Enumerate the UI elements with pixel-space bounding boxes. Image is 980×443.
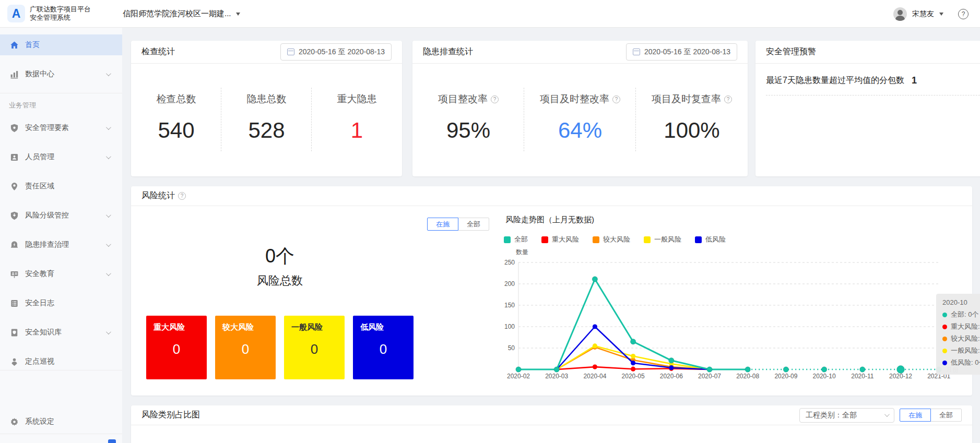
user-avatar[interactable] <box>893 7 907 21</box>
sidebar-item-label: 系统设定 <box>25 417 54 426</box>
app-title: 广联达数字项目平台 安全管理系统 <box>30 5 91 22</box>
sidebar-item-风险分级管控[interactable]: 风险分级管控 <box>0 205 122 226</box>
sidebar-item-系统设定[interactable]: 系统设定 <box>0 411 122 432</box>
risk-box-value: 0 <box>146 341 207 357</box>
data-center-icon <box>10 70 19 79</box>
svg-text:2020-08: 2020-08 <box>736 373 759 380</box>
area-pin-icon <box>10 182 19 191</box>
legend-item-重大风险[interactable]: 重大风险 <box>541 235 579 244</box>
tooltip-row-较大风险: 较大风险: 0个 <box>942 334 980 343</box>
question-icon[interactable]: ? <box>612 95 620 103</box>
legend-label: 全部 <box>514 235 528 244</box>
stat-value: 1 <box>312 118 402 143</box>
chevron-down-icon <box>236 13 240 16</box>
calendar-icon <box>633 49 640 55</box>
stats-row: 项目整改率?95%项目及时整改率?64%项目及时复查率?100% <box>412 64 748 176</box>
sidebar-item-label: 定点巡视 <box>25 357 54 366</box>
sidebar-item-label: 数据中心 <box>25 69 54 79</box>
question-icon[interactable]: ? <box>491 95 499 103</box>
sidebar-item-安全日志[interactable]: 安全日志 <box>0 293 122 314</box>
svg-text:2020-11: 2020-11 <box>851 373 873 380</box>
knowledge-icon <box>10 328 19 337</box>
legend-item-低风险[interactable]: 低风险 <box>695 235 726 244</box>
project-type-select[interactable]: 工程类别：全部 <box>799 408 894 423</box>
date-range-picker[interactable]: 2020-05-16 至 2020-08-13 <box>626 43 737 61</box>
question-icon[interactable]: ? <box>178 192 186 200</box>
sidebar-item-安全教育[interactable]: 安全教育 <box>0 264 122 284</box>
sidebar-item-安全管理要素[interactable]: 安全管理要素 <box>0 117 122 138</box>
svg-text:2020-09: 2020-09 <box>774 373 797 380</box>
sidebar-item-人员管理[interactable]: 人员管理 <box>0 147 122 167</box>
top-header: A 广联达数字项目平台 安全管理系统 信阳师范学院淮河校区一期建... 宋慧友 … <box>0 0 980 28</box>
sidebar-section-label: 业务管理 <box>9 101 122 109</box>
tooltip-row-低风险: 低风险: 0个 <box>942 358 980 367</box>
card-header: 安全管理预警 <box>755 41 980 64</box>
risk-box-一般风险: 一般风险0 <box>284 316 345 379</box>
card-title: 风险类别占比图 <box>141 410 200 421</box>
sidebar-item-label: 首页 <box>25 40 40 50</box>
calendar-icon <box>287 49 294 55</box>
card-header: 风险类别占比图 工程类别：全部 在施全部 <box>131 405 972 425</box>
svg-text:2020-07: 2020-07 <box>698 373 721 380</box>
tooltip-row-一般风险: 一般风险: 0个 <box>942 346 980 355</box>
legend-item-一般风险[interactable]: 一般风险 <box>644 235 681 244</box>
legend-item-较大风险[interactable]: 较大风险 <box>593 235 630 244</box>
card-header: 隐患排查统计 2020-05-16 至 2020-08-13 <box>412 41 748 64</box>
toggle-option-在施[interactable]: 在施 <box>427 218 458 231</box>
stat-label: 项目整改率? <box>412 92 524 106</box>
card-title: 风险统计 <box>141 190 175 201</box>
risk-trend-chart[interactable]: 数量501001502002502020-022020-032020-04202… <box>501 245 980 387</box>
risk-box-label: 低风险 <box>353 316 414 332</box>
sidebar-divider <box>0 93 122 93</box>
sidebar-item-首页[interactable]: 首页 <box>0 34 122 55</box>
chevron-down-icon <box>884 412 890 417</box>
project-selector[interactable]: 信阳师范学院淮河校区一期建... <box>123 0 240 28</box>
sidebar-item-隐患排查治理[interactable]: 隐患排查治理 <box>0 234 122 255</box>
svg-text:2020-02: 2020-02 <box>507 373 530 380</box>
question-icon[interactable]: ? <box>724 95 732 103</box>
risk-box-较大风险: 较大风险0 <box>215 316 276 379</box>
legend-item-全部[interactable]: 全部 <box>504 235 528 244</box>
chart-tooltip: 2020-10 全部: 0个重大风险: 0个较大风险: 0个一般风险: 0个低风… <box>936 294 980 375</box>
stats-row: 检查总数540隐患总数528重大隐患1 <box>131 64 402 176</box>
risk-box-value: 0 <box>284 341 345 357</box>
hazard-alarm-icon <box>10 241 19 249</box>
help-icon[interactable]: ? <box>958 9 969 19</box>
legend-swatch <box>541 236 548 243</box>
user-name[interactable]: 宋慧友 <box>912 9 934 19</box>
toggle-option-全部[interactable]: 全部 <box>458 218 489 231</box>
stat-项目及时复查率: 项目及时复查率?100% <box>636 64 748 176</box>
svg-text:100: 100 <box>504 323 515 330</box>
chevron-down-icon <box>106 125 111 130</box>
app-title-line1: 广联达数字项目平台 <box>30 5 91 14</box>
svg-text:2020-03: 2020-03 <box>545 373 568 380</box>
svg-text:250: 250 <box>504 259 515 266</box>
card-title: 检查统计 <box>141 46 175 57</box>
home-icon <box>10 41 19 50</box>
card-header: 检查统计 2020-05-16 至 2020-08-13 <box>131 41 402 64</box>
sidebar-item-label: 安全教育 <box>25 269 54 279</box>
risk-box-label: 重大风险 <box>146 316 207 332</box>
sidebar-item-安全知识库[interactable]: 安全知识库 <box>0 322 122 343</box>
stat-重大隐患: 重大隐患1 <box>312 64 402 176</box>
chevron-down-icon <box>106 71 111 76</box>
svg-text:2020-04: 2020-04 <box>583 373 606 380</box>
sidebar-divider <box>0 434 122 434</box>
stat-value: 95% <box>412 118 524 143</box>
stat-value: 100% <box>636 118 748 143</box>
sidebar-item-定点巡视[interactable]: 定点巡视 <box>0 351 122 372</box>
date-range-picker[interactable]: 2020-05-16 至 2020-08-13 <box>280 43 392 61</box>
floating-widget[interactable] <box>108 439 116 443</box>
sidebar: 首页数据中心业务管理安全管理要素人员管理责任区域风险分级管控隐患排查治理安全教育… <box>0 28 122 443</box>
sidebar-item-label: 安全日志 <box>25 298 54 308</box>
toggle-option-在施[interactable]: 在施 <box>900 409 931 422</box>
sidebar-item-责任区域[interactable]: 责任区域 <box>0 176 122 197</box>
stat-value: 528 <box>221 118 312 143</box>
card-header-controls: 工程类别：全部 在施全部 <box>799 408 962 423</box>
status-toggle: 在施全部 <box>427 218 489 231</box>
sidebar-item-数据中心[interactable]: 数据中心 <box>0 64 122 85</box>
project-type-select-value: 工程类别：全部 <box>806 411 857 420</box>
svg-text:2020-12: 2020-12 <box>889 373 912 380</box>
toggle-option-全部[interactable]: 全部 <box>930 409 962 422</box>
stat-label: 项目及时整改率? <box>524 92 636 106</box>
